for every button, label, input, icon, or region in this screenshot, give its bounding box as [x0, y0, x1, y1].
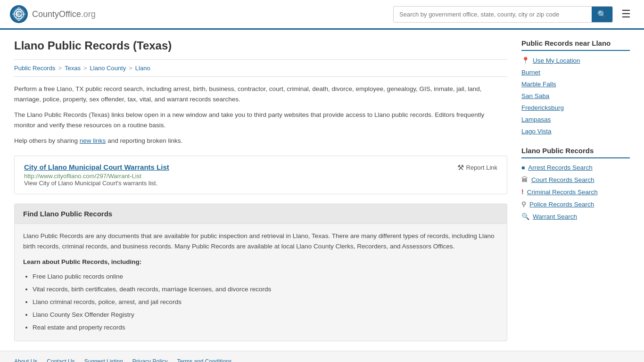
logo-area: C CountyOffice.org [9, 5, 96, 24]
hamburger-icon: ☰ [621, 8, 631, 20]
sidebar-use-location[interactable]: 📍 Use My Location [521, 57, 630, 64]
warrant-search-icon: 🔍 [521, 213, 529, 220]
menu-button[interactable]: ☰ [618, 6, 635, 22]
search-bar: 🔍 [393, 6, 613, 23]
description-3: Help others by sharing new links and rep… [14, 136, 507, 146]
breadcrumb: Public Records > Texas > Llano County > … [14, 59, 507, 77]
nearby-lampasas-link[interactable]: Lampasas [521, 116, 551, 123]
sidebar-records: Llano Public Records ■ Arrest Records Se… [521, 147, 630, 220]
sidebar-arrest-records[interactable]: ■ Arrest Records Search [521, 164, 630, 171]
warrant-search-link[interactable]: Warrant Search [533, 213, 577, 220]
bullet-list: Free Llano public records online Vital r… [23, 270, 498, 334]
page-title: Llano Public Records (Texas) [14, 39, 507, 52]
arrest-records-icon: ■ [521, 165, 525, 171]
footer-about-link[interactable]: About Us [14, 358, 37, 362]
footer-privacy-link[interactable]: Privacy Policy [132, 358, 168, 362]
logo-text: CountyOffice.org [32, 9, 96, 19]
resource-desc: View City of Llano Municipal Court's war… [24, 180, 497, 187]
breadcrumb-llano[interactable]: Llano [135, 65, 150, 72]
nearby-lago-vista-link[interactable]: Lago Vista [521, 128, 552, 135]
list-item: Llano County Sex Offender Registry [33, 308, 498, 321]
sidebar-nearby-burnet[interactable]: Burnet [521, 69, 630, 76]
header-right: 🔍 ☰ [393, 6, 635, 23]
description-1: Perform a free Llano, TX public record s… [14, 84, 507, 104]
list-item: Vital records, birth certificates, death… [33, 283, 498, 296]
learn-title: Learn about Public Records, including: [23, 258, 498, 265]
breadcrumb-llano-county[interactable]: Llano County [90, 65, 126, 72]
report-link-label: Report Link [466, 164, 497, 171]
sidebar-police-records[interactable]: ⚲ Police Records Search [521, 200, 630, 208]
breadcrumb-texas[interactable]: Texas [65, 65, 81, 72]
resource-title-link[interactable]: City of Llano Municipal Court Warrants L… [24, 163, 169, 171]
police-records-icon: ⚲ [521, 200, 526, 208]
sidebar-nearby-title: Public Records near Llano [521, 39, 630, 51]
nearby-marble-falls-link[interactable]: Marble Falls [521, 81, 556, 88]
criminal-records-icon: ! [521, 188, 524, 196]
find-section-body: Llano Public Records are any documents t… [15, 224, 507, 341]
nearby-burnet-link[interactable]: Burnet [521, 69, 540, 76]
list-item: Real estate and property records [33, 321, 498, 334]
court-records-icon: 🏛 [521, 176, 528, 183]
nearby-san-saba-link[interactable]: San Saba [521, 92, 549, 99]
resource-header: City of Llano Municipal Court Warrants L… [24, 163, 497, 172]
main-container: Llano Public Records (Texas) Public Reco… [0, 30, 644, 351]
report-link-btn[interactable]: ⚒ Report Link [457, 163, 497, 172]
sidebar-court-records[interactable]: 🏛 Court Records Search [521, 176, 630, 183]
footer-terms-link[interactable]: Terms and Conditions [177, 358, 231, 362]
search-input[interactable] [394, 8, 592, 21]
sidebar: Public Records near Llano 📍 Use My Locat… [521, 39, 630, 341]
find-section-description: Llano Public Records are any documents t… [23, 231, 498, 251]
sidebar-nearby-fredericksburg[interactable]: Fredericksburg [521, 104, 630, 111]
list-item: Free Llano public records online [33, 270, 498, 283]
court-records-link[interactable]: Court Records Search [531, 176, 594, 183]
list-item: Llano criminal records, police, arrest, … [33, 296, 498, 308]
breadcrumb-sep-1: > [58, 65, 62, 72]
sidebar-warrant-search[interactable]: 🔍 Warrant Search [521, 213, 630, 220]
search-icon: 🔍 [597, 10, 607, 18]
sidebar-nearby: Public Records near Llano 📍 Use My Locat… [521, 39, 630, 135]
footer-contact-link[interactable]: Contact Us [47, 358, 74, 362]
nearby-fredericksburg-link[interactable]: Fredericksburg [521, 104, 564, 111]
content-area: Llano Public Records (Texas) Public Reco… [14, 39, 507, 341]
find-section-header: Find Llano Public Records [15, 204, 507, 224]
site-footer: About Us Contact Us Suggest Listing Priv… [0, 351, 644, 362]
sidebar-nearby-lampasas[interactable]: Lampasas [521, 116, 630, 123]
find-section: Find Llano Public Records Llano Public R… [14, 204, 507, 341]
report-icon: ⚒ [457, 163, 464, 172]
criminal-records-link[interactable]: Criminal Records Search [527, 189, 598, 196]
sidebar-nearby-marble-falls[interactable]: Marble Falls [521, 81, 630, 88]
breadcrumb-sep-3: > [129, 65, 132, 72]
resource-card: City of Llano Municipal Court Warrants L… [14, 156, 507, 194]
police-records-link[interactable]: Police Records Search [529, 201, 594, 208]
location-pin-icon: 📍 [521, 57, 529, 64]
sidebar-criminal-records[interactable]: ! Criminal Records Search [521, 188, 630, 196]
breadcrumb-sep-2: > [83, 65, 87, 72]
site-header: C CountyOffice.org 🔍 ☰ [0, 0, 644, 30]
sidebar-nearby-lago-vista[interactable]: Lago Vista [521, 128, 630, 135]
search-button[interactable]: 🔍 [592, 7, 612, 22]
sidebar-nearby-san-saba[interactable]: San Saba [521, 92, 630, 99]
logo-icon: C [9, 5, 28, 24]
use-my-location-link[interactable]: Use My Location [533, 57, 580, 64]
arrest-records-link[interactable]: Arrest Records Search [528, 164, 593, 171]
sidebar-records-title: Llano Public Records [521, 147, 630, 158]
footer-suggest-link[interactable]: Suggest Listing [84, 358, 123, 362]
breadcrumb-public-records[interactable]: Public Records [14, 65, 55, 72]
new-links-link[interactable]: new links [80, 137, 106, 144]
description-2: The Llano Public Records (Texas) links b… [14, 110, 507, 130]
resource-url[interactable]: http://www.cityofllano.com/297/Warrant-L… [24, 173, 141, 180]
